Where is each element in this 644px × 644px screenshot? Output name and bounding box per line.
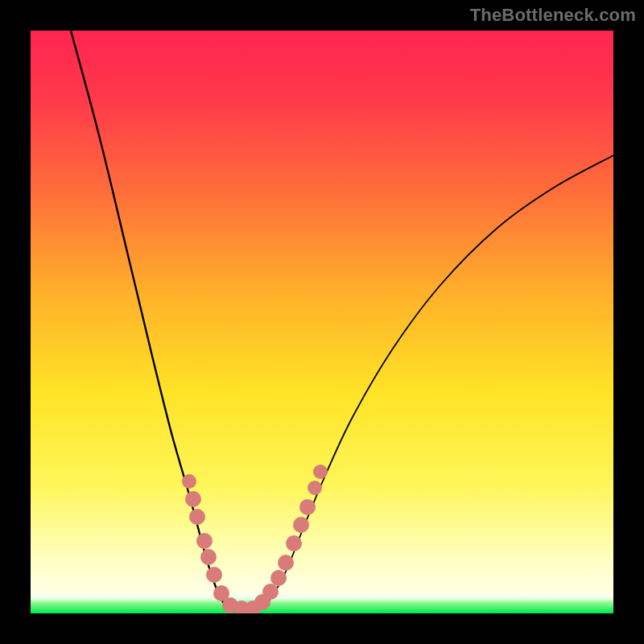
bead [262, 584, 279, 600]
bead [270, 570, 287, 586]
chart-frame: TheBottleneck.com [0, 0, 644, 644]
bead [196, 533, 213, 549]
curve-right [248, 155, 613, 613]
bead [182, 474, 196, 489]
curve-layer [31, 31, 613, 613]
bead [200, 549, 217, 565]
bead [308, 481, 322, 495]
plot-area [31, 31, 613, 613]
bead [185, 491, 201, 507]
bead [286, 535, 302, 551]
bead [206, 567, 222, 583]
bead [189, 509, 205, 525]
watermark-text: TheBottleneck.com [470, 5, 636, 26]
bead [299, 499, 316, 515]
beads-group [182, 464, 328, 613]
curve-left [71, 31, 248, 613]
bead [313, 464, 328, 479]
bead [278, 555, 294, 571]
bead [293, 517, 309, 533]
